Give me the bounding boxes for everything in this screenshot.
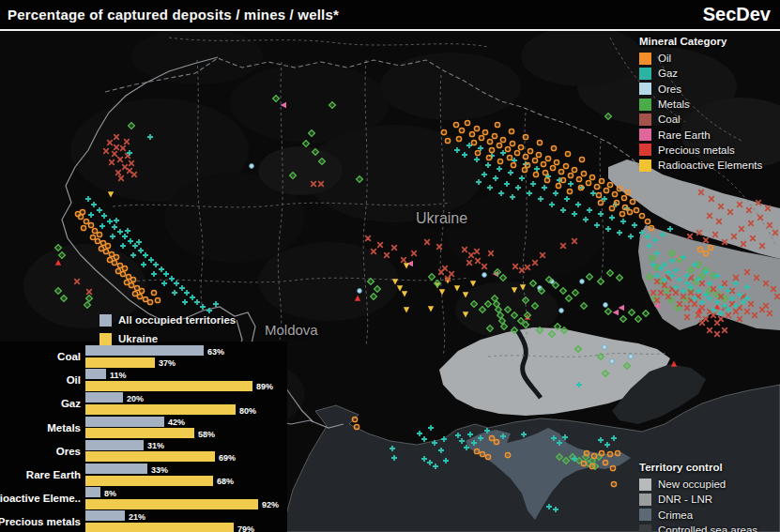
marker-oil[interactable] [615,450,619,455]
marker-oil[interactable] [528,148,532,153]
marker-oil[interactable] [130,277,135,281]
chart-legend-item-ukraine[interactable]: Ukraine [99,329,236,348]
marker-oil[interactable] [518,144,523,149]
marker-oil[interactable] [134,285,139,290]
marker-oil[interactable] [129,282,133,287]
marker-oil[interactable] [589,175,594,179]
marker-oil[interactable] [453,122,458,127]
mineral-legend-item-coal[interactable]: Coal [639,112,762,127]
marker-oil[interactable] [578,185,583,190]
marker-oil[interactable] [627,209,632,214]
bar-ukraine-oil[interactable] [85,381,252,391]
marker-oil[interactable] [143,296,147,301]
marker-oil[interactable] [92,228,97,233]
marker-oil[interactable] [352,417,357,421]
marker-oil[interactable] [708,245,712,250]
marker-oil[interactable] [511,162,515,167]
marker-oil[interactable] [459,128,464,132]
bar-ukraine-coal[interactable] [85,357,155,368]
marker-oil[interactable] [565,151,570,156]
marker-ores[interactable] [629,355,634,359]
territory-legend-item-crimea[interactable]: Crimea [639,508,757,523]
marker-oil[interactable] [509,129,513,133]
marker-oil[interactable] [109,251,114,256]
marker-oil[interactable] [88,222,93,227]
marker-oil[interactable] [589,464,594,468]
marker-oil[interactable] [486,155,491,160]
mineral-legend-item-radioactive-elements[interactable]: Radioactive Elements [639,158,762,173]
marker-ores[interactable] [482,273,487,278]
mineral-legend-item-metals[interactable]: Metals [639,97,762,112]
marker-oil[interactable] [122,266,127,270]
bar-all-occupied-territories-oil[interactable] [85,369,106,379]
marker-ores[interactable] [559,309,564,313]
marker-oil[interactable] [697,247,702,251]
marker-oil[interactable] [475,150,480,155]
bar-all-occupied-territories-ores[interactable] [85,440,144,450]
marker-oil[interactable] [139,288,144,293]
marker-oil[interactable] [505,146,510,151]
marker-oil[interactable] [147,299,152,304]
marker-oil[interactable] [155,297,160,302]
marker-oil[interactable] [594,184,599,189]
marker-ores[interactable] [604,303,608,308]
bar-all-occupied-territories-rare-earth[interactable] [85,464,147,474]
marker-oil[interactable] [107,257,112,262]
marker-oil[interactable] [95,238,99,243]
marker-oil[interactable] [645,219,650,223]
marker-oil[interactable] [489,435,494,440]
marker-oil[interactable] [639,213,644,218]
marker-ores[interactable] [580,280,585,284]
marker-oil[interactable] [525,162,529,167]
marker-ores[interactable] [603,345,607,350]
marker-oil[interactable] [604,188,608,192]
mineral-legend-item-ores[interactable]: Ores [639,82,762,97]
marker-oil[interactable] [126,274,130,279]
marker-oil[interactable] [99,246,103,251]
marker-oil[interactable] [485,454,490,459]
marker-oil[interactable] [617,186,621,190]
marker-ores[interactable] [610,359,615,364]
marker-oil[interactable] [114,254,118,259]
marker-oil[interactable] [132,291,137,296]
marker-oil[interactable] [579,157,584,161]
marker-oil[interactable] [703,251,708,255]
marker-oil[interactable] [497,143,501,147]
marker-oil[interactable] [494,439,498,444]
marker-oil[interactable] [469,131,474,136]
mineral-legend-item-rare-earth[interactable]: Rare Earth [639,127,762,142]
marker-oil[interactable] [124,280,129,284]
bar-all-occupied-territories-radioactive-eleme[interactable] [85,487,100,497]
marker-oil[interactable] [354,424,359,429]
marker-oil[interactable] [445,138,450,143]
marker-oil[interactable] [510,141,514,145]
bar-ukraine-precious-metals[interactable] [85,523,234,532]
marker-oil[interactable] [441,129,446,134]
bar-ukraine-radioactive-eleme[interactable] [85,499,258,509]
marker-oil[interactable] [619,211,624,216]
territory-legend-item-controlled-sea-areas[interactable]: Controlled sea areas [639,523,757,532]
marker-oil[interactable] [614,200,619,205]
marker-oil[interactable] [479,135,483,140]
marker-oil[interactable] [505,452,510,457]
marker-oil[interactable] [625,190,630,194]
marker-oil[interactable] [103,249,108,253]
marker-oil[interactable] [151,290,156,295]
marker-oil[interactable] [584,450,589,455]
marker-oil[interactable] [554,160,558,164]
marker-oil[interactable] [581,171,586,175]
marker-oil[interactable] [599,178,604,183]
marker-oil[interactable] [649,225,653,230]
marker-oil[interactable] [537,140,542,144]
marker-oil[interactable] [117,263,122,267]
marker-oil[interactable] [482,129,487,134]
marker-oil[interactable] [495,122,499,127]
mineral-legend-item-oil[interactable]: Oil [639,51,762,66]
marker-oil[interactable] [81,225,85,230]
mineral-legend-item-precious-metals[interactable]: Precious metals [639,143,762,158]
marker-oil[interactable] [567,189,572,193]
marker-oil[interactable] [492,133,497,138]
marker-oil[interactable] [105,243,110,248]
bar-ukraine-gaz[interactable] [85,404,236,415]
mineral-legend-item-gaz[interactable]: Gaz [639,66,762,81]
